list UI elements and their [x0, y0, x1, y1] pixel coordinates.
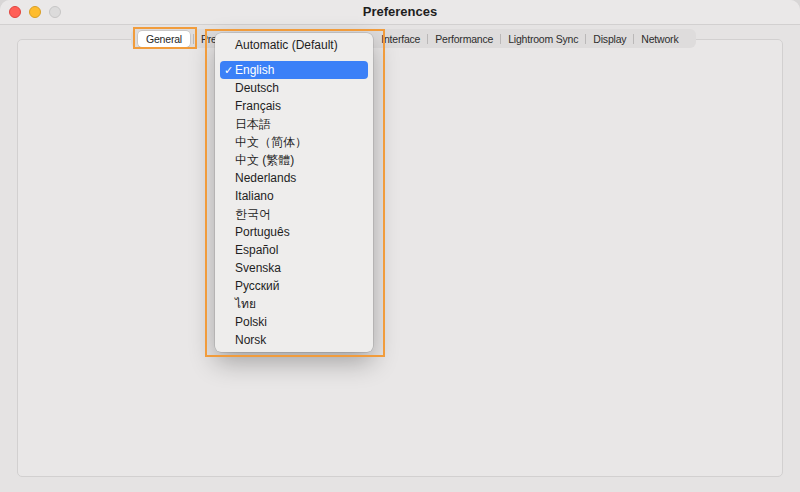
tab-divider	[427, 34, 428, 44]
preferences-window: Preferences General Presets Interface Pe…	[0, 0, 800, 492]
annotation-box-language-menu	[205, 29, 385, 357]
tab-display[interactable]: Display	[589, 33, 630, 45]
window-title: Preferences	[0, 0, 800, 24]
general-tab-panel	[17, 39, 783, 477]
tab-network[interactable]: Network	[637, 33, 682, 45]
tab-divider	[633, 34, 634, 44]
window-controls	[9, 6, 61, 18]
tab-performance[interactable]: Performance	[431, 33, 497, 45]
minimize-button[interactable]	[29, 6, 41, 18]
annotation-box-general-tab	[133, 27, 197, 49]
tab-divider	[585, 34, 586, 44]
titlebar: Preferences	[0, 0, 800, 25]
zoom-button-disabled	[49, 6, 61, 18]
tab-lightroom-sync[interactable]: Lightroom Sync	[504, 33, 582, 45]
tab-divider	[500, 34, 501, 44]
close-button[interactable]	[9, 6, 21, 18]
